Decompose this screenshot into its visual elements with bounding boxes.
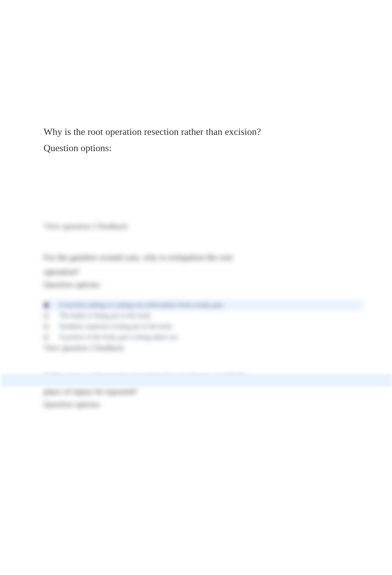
option-text: It involves taking or cutting out solid …: [59, 301, 224, 309]
option-text: A portion of the body part is being take…: [59, 333, 179, 341]
radio-icon: [44, 324, 49, 329]
option-row-4: A portion of the body part is being take…: [44, 332, 348, 343]
radio-icon: [44, 335, 49, 340]
question-3-options-label: Question options:: [44, 399, 348, 409]
option-text: The bullet is being put in the body.: [59, 312, 152, 320]
question-2-line-2: operation?: [44, 266, 348, 279]
question-text: Why is the root operation resection rath…: [44, 125, 348, 139]
feedback-link-1: View question 2 feedback: [44, 221, 128, 231]
question-3-line-2: place of injury be reported?: [44, 385, 348, 398]
option-row-1: It involves taking or cutting out solid …: [44, 300, 363, 310]
option-row-2: The bullet is being put in the body.: [44, 310, 348, 321]
question-2-line-1: For the gunshot wound case, why is extir…: [44, 251, 348, 264]
question-2-options-label: Question options:: [44, 280, 348, 289]
option-row-3: Synthetic material is being put in the b…: [44, 321, 348, 332]
option-text: Synthetic material is being put in the b…: [59, 323, 173, 330]
bottom-highlight-bar: [1, 374, 392, 387]
feedback-link-2: View question 3 feedback: [44, 343, 348, 353]
question-options-label: Question options:: [44, 141, 348, 155]
radio-icon: [44, 313, 49, 319]
radio-icon: [44, 303, 49, 308]
